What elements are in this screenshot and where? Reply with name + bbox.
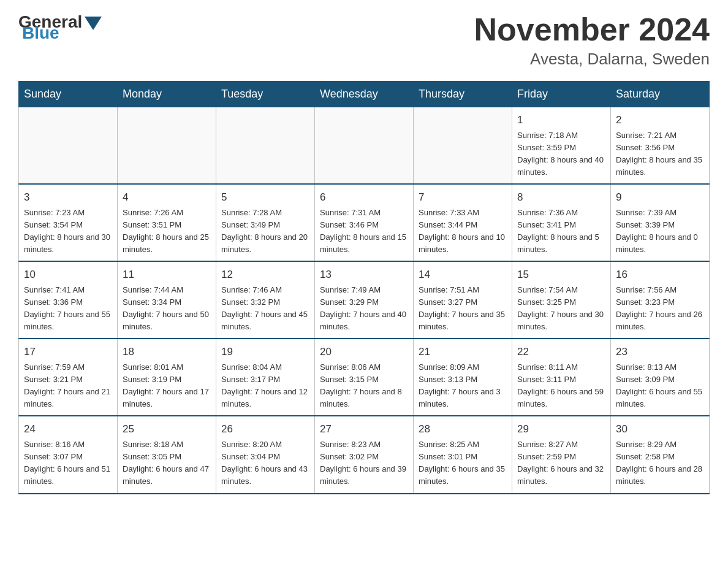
- day-number: 13: [320, 267, 408, 283]
- day-info: Sunrise: 7:54 AM Sunset: 3:25 PM Dayligh…: [517, 284, 605, 334]
- day-number: 24: [24, 421, 112, 437]
- day-info: Sunrise: 7:56 AM Sunset: 3:23 PM Dayligh…: [616, 284, 704, 334]
- day-info: Sunrise: 8:23 AM Sunset: 3:02 PM Dayligh…: [320, 439, 408, 488]
- day-number: 19: [221, 344, 309, 360]
- calendar-header-row: SundayMondayTuesdayWednesdayThursdayFrid…: [19, 82, 710, 107]
- day-number: 26: [221, 421, 309, 437]
- calendar-cell: 29Sunrise: 8:27 AM Sunset: 2:59 PM Dayli…: [512, 416, 611, 493]
- day-number: 22: [517, 344, 605, 360]
- calendar-cell: [118, 107, 216, 185]
- day-number: 29: [517, 421, 605, 437]
- calendar-cell: 9Sunrise: 7:39 AM Sunset: 3:39 PM Daylig…: [611, 184, 710, 261]
- day-info: Sunrise: 7:36 AM Sunset: 3:41 PM Dayligh…: [517, 207, 605, 256]
- calendar-cell: 20Sunrise: 8:06 AM Sunset: 3:15 PM Dayli…: [315, 339, 414, 416]
- calendar-cell: 7Sunrise: 7:33 AM Sunset: 3:44 PM Daylig…: [414, 184, 512, 261]
- day-info: Sunrise: 7:44 AM Sunset: 3:34 PM Dayligh…: [123, 284, 211, 334]
- day-info: Sunrise: 7:46 AM Sunset: 3:32 PM Dayligh…: [221, 284, 309, 334]
- calendar-cell: 19Sunrise: 8:04 AM Sunset: 3:17 PM Dayli…: [216, 339, 315, 416]
- calendar-cell: 3Sunrise: 7:23 AM Sunset: 3:54 PM Daylig…: [19, 184, 118, 261]
- calendar-header-tuesday: Tuesday: [216, 82, 315, 107]
- day-info: Sunrise: 8:16 AM Sunset: 3:07 PM Dayligh…: [24, 439, 112, 488]
- calendar-cell: 21Sunrise: 8:09 AM Sunset: 3:13 PM Dayli…: [414, 339, 512, 416]
- day-number: 21: [419, 344, 507, 360]
- day-info: Sunrise: 8:20 AM Sunset: 3:04 PM Dayligh…: [221, 439, 309, 488]
- day-info: Sunrise: 8:01 AM Sunset: 3:19 PM Dayligh…: [123, 361, 211, 411]
- day-number: 3: [24, 190, 112, 205]
- day-number: 30: [616, 421, 704, 437]
- calendar-cell: 26Sunrise: 8:20 AM Sunset: 3:04 PM Dayli…: [216, 416, 315, 493]
- day-info: Sunrise: 7:51 AM Sunset: 3:27 PM Dayligh…: [419, 284, 507, 334]
- day-number: 11: [123, 267, 211, 283]
- day-number: 14: [419, 267, 507, 283]
- day-number: 7: [419, 190, 507, 205]
- day-number: 15: [517, 267, 605, 283]
- day-number: 16: [616, 267, 704, 283]
- calendar-cell: 18Sunrise: 8:01 AM Sunset: 3:19 PM Dayli…: [118, 339, 216, 416]
- calendar-cell: 12Sunrise: 7:46 AM Sunset: 3:32 PM Dayli…: [216, 261, 315, 339]
- day-number: 9: [616, 190, 704, 205]
- calendar-header-monday: Monday: [118, 82, 216, 107]
- day-info: Sunrise: 7:23 AM Sunset: 3:54 PM Dayligh…: [24, 207, 112, 256]
- day-number: 25: [123, 421, 211, 437]
- calendar-week-row: 17Sunrise: 7:59 AM Sunset: 3:21 PM Dayli…: [19, 339, 710, 416]
- day-info: Sunrise: 7:18 AM Sunset: 3:59 PM Dayligh…: [517, 129, 605, 179]
- calendar-cell: [315, 107, 414, 185]
- calendar-cell: 27Sunrise: 8:23 AM Sunset: 3:02 PM Dayli…: [315, 416, 414, 493]
- calendar-header-saturday: Saturday: [611, 82, 710, 107]
- calendar-cell: [19, 107, 118, 185]
- calendar-week-row: 10Sunrise: 7:41 AM Sunset: 3:36 PM Dayli…: [19, 261, 710, 339]
- calendar-cell: [414, 107, 512, 185]
- calendar-cell: 11Sunrise: 7:44 AM Sunset: 3:34 PM Dayli…: [118, 261, 216, 339]
- location-title: Avesta, Dalarna, Sweden: [474, 50, 710, 69]
- calendar-cell: 4Sunrise: 7:26 AM Sunset: 3:51 PM Daylig…: [118, 184, 216, 261]
- day-number: 2: [616, 112, 704, 128]
- calendar-cell: 15Sunrise: 7:54 AM Sunset: 3:25 PM Dayli…: [512, 261, 611, 339]
- day-number: 10: [24, 267, 112, 283]
- day-info: Sunrise: 8:18 AM Sunset: 3:05 PM Dayligh…: [123, 439, 211, 488]
- day-info: Sunrise: 7:33 AM Sunset: 3:44 PM Dayligh…: [419, 207, 507, 256]
- day-number: 20: [320, 344, 408, 360]
- calendar-cell: 16Sunrise: 7:56 AM Sunset: 3:23 PM Dayli…: [611, 261, 710, 339]
- day-info: Sunrise: 8:27 AM Sunset: 2:59 PM Dayligh…: [517, 439, 605, 488]
- calendar-cell: 1Sunrise: 7:18 AM Sunset: 3:59 PM Daylig…: [512, 107, 611, 185]
- logo-blue-text: Blue: [22, 23, 59, 43]
- day-info: Sunrise: 7:41 AM Sunset: 3:36 PM Dayligh…: [24, 284, 112, 334]
- logo: General Blue: [18, 12, 102, 43]
- calendar-week-row: 3Sunrise: 7:23 AM Sunset: 3:54 PM Daylig…: [19, 184, 710, 261]
- logo-triangle-icon: [85, 17, 102, 30]
- calendar-cell: 2Sunrise: 7:21 AM Sunset: 3:56 PM Daylig…: [611, 107, 710, 185]
- calendar-header-sunday: Sunday: [19, 82, 118, 107]
- calendar-cell: 24Sunrise: 8:16 AM Sunset: 3:07 PM Dayli…: [19, 416, 118, 493]
- day-info: Sunrise: 7:21 AM Sunset: 3:56 PM Dayligh…: [616, 129, 704, 179]
- month-title: November 2024: [474, 12, 710, 47]
- calendar-cell: 8Sunrise: 7:36 AM Sunset: 3:41 PM Daylig…: [512, 184, 611, 261]
- calendar-cell: 30Sunrise: 8:29 AM Sunset: 2:58 PM Dayli…: [611, 416, 710, 493]
- calendar-cell: 28Sunrise: 8:25 AM Sunset: 3:01 PM Dayli…: [414, 416, 512, 493]
- day-info: Sunrise: 8:09 AM Sunset: 3:13 PM Dayligh…: [419, 361, 507, 411]
- calendar-week-row: 24Sunrise: 8:16 AM Sunset: 3:07 PM Dayli…: [19, 416, 710, 493]
- day-number: 12: [221, 267, 309, 283]
- day-number: 23: [616, 344, 704, 360]
- day-info: Sunrise: 8:25 AM Sunset: 3:01 PM Dayligh…: [419, 439, 507, 488]
- page-header: General Blue November 2024 Avesta, Dalar…: [18, 12, 710, 69]
- day-info: Sunrise: 7:59 AM Sunset: 3:21 PM Dayligh…: [24, 361, 112, 411]
- calendar-cell: 6Sunrise: 7:31 AM Sunset: 3:46 PM Daylig…: [315, 184, 414, 261]
- calendar-cell: 25Sunrise: 8:18 AM Sunset: 3:05 PM Dayli…: [118, 416, 216, 493]
- day-info: Sunrise: 8:13 AM Sunset: 3:09 PM Dayligh…: [616, 361, 704, 411]
- day-info: Sunrise: 8:29 AM Sunset: 2:58 PM Dayligh…: [616, 439, 704, 488]
- day-info: Sunrise: 7:31 AM Sunset: 3:46 PM Dayligh…: [320, 207, 408, 256]
- day-number: 28: [419, 421, 507, 437]
- calendar-table: SundayMondayTuesdayWednesdayThursdayFrid…: [18, 81, 710, 494]
- day-info: Sunrise: 7:26 AM Sunset: 3:51 PM Dayligh…: [123, 207, 211, 256]
- calendar-header-thursday: Thursday: [414, 82, 512, 107]
- calendar-header-friday: Friday: [512, 82, 611, 107]
- day-info: Sunrise: 7:39 AM Sunset: 3:39 PM Dayligh…: [616, 207, 704, 256]
- day-info: Sunrise: 8:04 AM Sunset: 3:17 PM Dayligh…: [221, 361, 309, 411]
- day-number: 6: [320, 190, 408, 205]
- day-info: Sunrise: 8:06 AM Sunset: 3:15 PM Dayligh…: [320, 361, 408, 411]
- calendar-cell: 14Sunrise: 7:51 AM Sunset: 3:27 PM Dayli…: [414, 261, 512, 339]
- day-info: Sunrise: 7:28 AM Sunset: 3:49 PM Dayligh…: [221, 207, 309, 256]
- day-number: 8: [517, 190, 605, 205]
- day-number: 17: [24, 344, 112, 360]
- calendar-cell: 10Sunrise: 7:41 AM Sunset: 3:36 PM Dayli…: [19, 261, 118, 339]
